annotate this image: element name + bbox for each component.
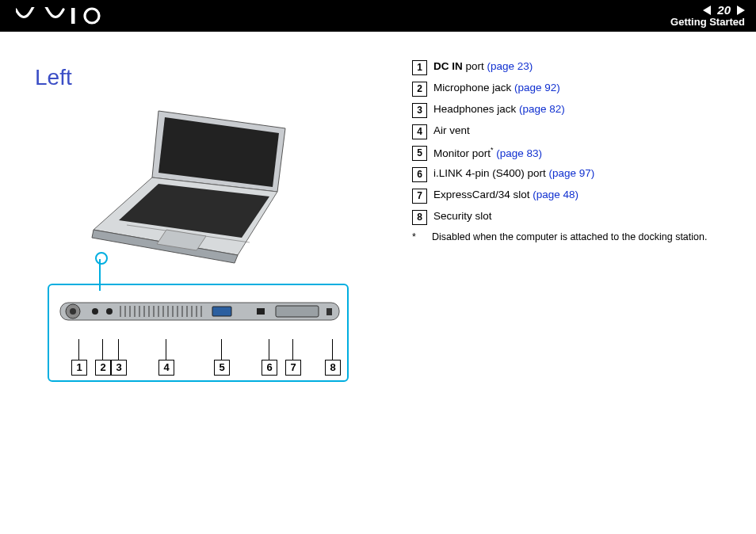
callout-origin-dot [95,252,108,265]
item-label: Security slot [433,210,492,222]
item-text: i.LINK 4-pin (S400) port (page 97) [433,167,594,181]
item-number: 6 [412,167,427,182]
callout-number-2: 2 [95,360,111,376]
page-number: 20 [717,4,731,17]
callout-leader [332,339,333,360]
callout-leader [166,339,166,360]
page-reference-link[interactable]: (page 92) [514,82,560,93]
item-label: Microphone jack [433,82,514,93]
callout-number-6: 6 [262,360,277,376]
callout-leader [102,339,103,360]
prev-page-arrow-icon[interactable] [703,6,711,15]
page-reference-link[interactable]: (page 48) [533,189,578,200]
page-reference-link[interactable]: (page 23) [487,60,533,72]
port-item-4: 4Air vent [412,124,707,139]
svg-rect-33 [212,307,231,316]
svg-point-1 [85,9,99,23]
item-label: port [463,60,487,72]
footnote: *Disabled when the computer is attached … [412,231,707,242]
page-reference-link[interactable]: (page 82) [519,103,565,115]
port-item-8: 8Security slot [412,210,707,225]
item-label: ExpressCard/34 slot [433,189,533,200]
item-number: 1 [412,60,427,75]
item-number: 3 [412,103,427,118]
item-text: Headphones jack (page 82) [433,103,565,116]
item-number: 8 [412,210,427,225]
item-text: Air vent [433,124,470,138]
item-label: i.LINK 4-pin (S400) port [433,167,549,179]
svg-point-12 [70,308,76,315]
callout-number-3: 3 [111,360,127,376]
header-nav: 20 Getting Started [670,4,745,29]
item-label: Headphones jack [433,103,519,115]
svg-rect-35 [276,306,319,317]
svg-point-14 [106,308,113,315]
item-text: DC IN port (page 23) [433,60,533,74]
svg-rect-34 [257,308,265,315]
item-label: Monitor port [433,147,491,159]
page-reference-link[interactable]: (page 83) [496,147,542,159]
item-text: ExpressCard/34 slot (page 48) [433,189,578,202]
callout-leader [221,339,222,360]
port-item-3: 3Headphones jack (page 82) [412,103,707,118]
port-item-7: 7ExpressCard/34 slot (page 48) [412,189,707,204]
item-label: Air vent [433,124,470,136]
page-header: 20 Getting Started [0,0,756,32]
port-list: 1DC IN port (page 23)2Microphone jack (p… [396,55,707,382]
item-bold-label: DC IN [433,60,463,72]
svg-rect-0 [71,8,75,24]
vaio-logo [16,7,111,25]
callout-number-1: 1 [71,360,87,376]
svg-point-13 [92,308,98,315]
callout-leader [118,339,119,360]
port-item-5: 5Monitor port* (page 83) [412,146,707,161]
svg-rect-36 [326,308,332,315]
callout-number-4: 4 [158,360,174,376]
item-number: 2 [412,82,427,97]
footnote-mark: * [412,231,432,242]
footnote-text: Disabled when the computer is attached t… [432,231,707,242]
callout-number-5: 5 [214,360,230,376]
callout-number-labels: 12345678 [49,347,347,376]
diagram: 12345678 [32,105,365,382]
callout-leader [292,339,293,360]
port-item-2: 2Microphone jack (page 92) [412,82,707,97]
next-page-arrow-icon[interactable] [737,6,745,15]
section-title: Getting Started [670,17,745,28]
callout-detail-frame: 12345678 [48,284,349,382]
item-text: Security slot [433,210,492,223]
item-number: 5 [412,146,427,161]
laptop-illustration [79,105,317,274]
item-number: 7 [412,189,427,204]
page-title: Left [35,65,396,90]
laptop-left-side-view [57,295,339,334]
page-reference-link[interactable]: (page 97) [549,167,595,179]
item-number: 4 [412,124,427,139]
callout-number-8: 8 [325,360,341,376]
port-item-6: 6i.LINK 4-pin (S400) port (page 97) [412,167,707,182]
callout-leader [269,339,269,360]
callout-leader [78,339,79,360]
item-text: Microphone jack (page 92) [433,82,560,95]
callout-number-7: 7 [285,360,301,376]
item-text: Monitor port* (page 83) [433,146,542,160]
port-item-1: 1DC IN port (page 23) [412,60,707,75]
